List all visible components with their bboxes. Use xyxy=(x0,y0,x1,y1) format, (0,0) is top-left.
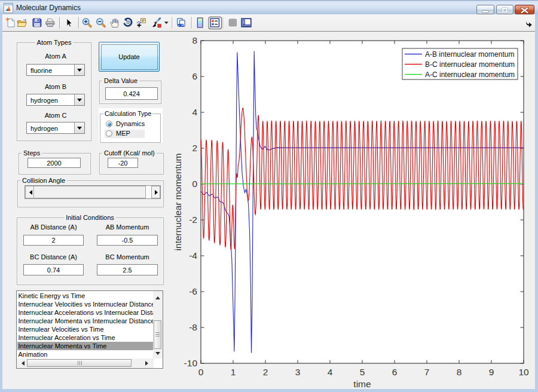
svg-text:time: time xyxy=(353,379,371,389)
svg-text:7: 7 xyxy=(424,367,430,377)
svg-text:A-B internuclear momentum: A-B internuclear momentum xyxy=(425,50,514,59)
svg-text:8: 8 xyxy=(192,35,197,45)
svg-text:3: 3 xyxy=(295,367,301,377)
svg-text:4: 4 xyxy=(328,367,333,377)
svg-text:1: 1 xyxy=(231,367,236,377)
svg-text:6: 6 xyxy=(192,71,197,81)
svg-text:0: 0 xyxy=(192,179,197,189)
svg-text:0: 0 xyxy=(198,367,204,377)
svg-text:-8: -8 xyxy=(189,322,197,332)
svg-text:-2: -2 xyxy=(189,215,197,225)
svg-text:9: 9 xyxy=(489,367,494,377)
svg-text:8: 8 xyxy=(457,367,462,377)
svg-text:-10: -10 xyxy=(184,358,198,368)
svg-text:2: 2 xyxy=(263,367,268,377)
svg-text:6: 6 xyxy=(392,367,398,377)
svg-text:10: 10 xyxy=(518,367,529,377)
svg-text:-6: -6 xyxy=(189,286,197,296)
svg-text:2: 2 xyxy=(192,143,197,153)
svg-text:internuclear momentum: internuclear momentum xyxy=(173,154,183,251)
svg-text:-4: -4 xyxy=(189,250,197,261)
svg-text:B-C internuclear momentum: B-C internuclear momentum xyxy=(425,60,515,69)
svg-text:A-C internuclear momentum: A-C internuclear momentum xyxy=(425,71,515,79)
svg-text:5: 5 xyxy=(360,367,365,377)
svg-text:4: 4 xyxy=(192,107,197,117)
